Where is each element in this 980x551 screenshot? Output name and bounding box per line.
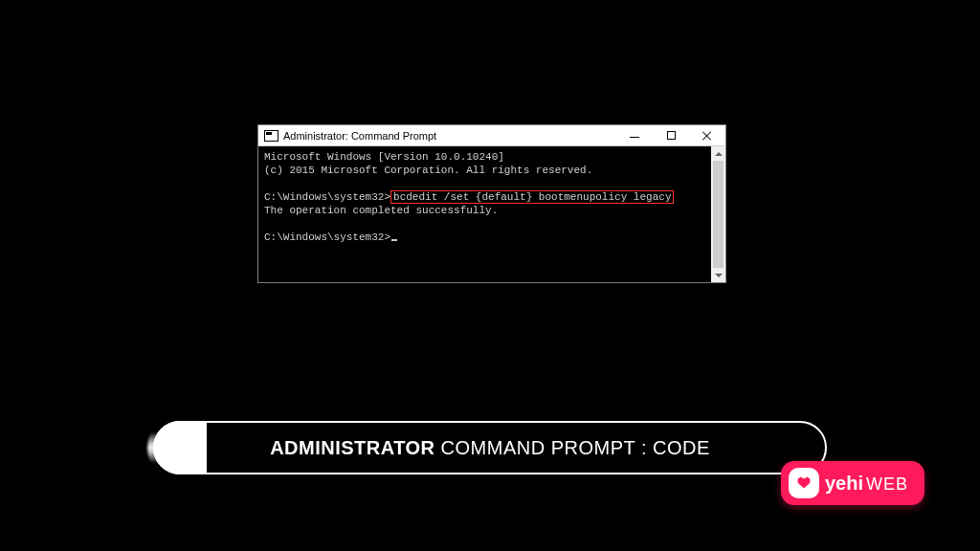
- window-title: Administrator: Command Prompt: [283, 130, 616, 142]
- caption: ADMINISTRATOR COMMAND PROMPT : CODE: [153, 421, 827, 474]
- terminal-line: Microsoft Windows [Version 10.0.10240]: [264, 151, 504, 163]
- scroll-up-icon[interactable]: [711, 146, 725, 161]
- watermark-brand1: yehi: [825, 473, 863, 495]
- cursor-icon: [391, 239, 397, 241]
- terminal-prompt: C:\Windows\system32>: [264, 231, 390, 243]
- watermark-badge: yehi WEB: [781, 461, 924, 505]
- caption-bold: ADMINISTRATOR: [270, 437, 434, 458]
- caption-rest: COMMAND PROMPT : CODE: [435, 437, 710, 458]
- close-button[interactable]: [689, 125, 725, 145]
- terminal-line: (c) 2015 Microsoft Corporation. All righ…: [264, 165, 592, 176]
- watermark-text: yehi WEB: [825, 473, 908, 495]
- scroll-thumb[interactable]: [713, 161, 724, 268]
- terminal-area[interactable]: Microsoft Windows [Version 10.0.10240] (…: [258, 146, 725, 282]
- caption-pill: ADMINISTRATOR COMMAND PROMPT : CODE: [153, 421, 827, 474]
- heart-icon: [789, 468, 819, 498]
- minimize-button[interactable]: [616, 125, 653, 145]
- cmd-icon: [264, 130, 278, 142]
- cmd-window: Administrator: Command Prompt Microsoft …: [257, 124, 726, 283]
- scrollbar[interactable]: [711, 146, 725, 282]
- window-titlebar[interactable]: Administrator: Command Prompt: [258, 125, 725, 146]
- maximize-button[interactable]: [653, 125, 689, 145]
- highlighted-command: bcdedit /set {default} bootmenupolicy le…: [390, 190, 674, 204]
- watermark-brand2: WEB: [866, 474, 908, 495]
- terminal-output: Microsoft Windows [Version 10.0.10240] (…: [258, 146, 711, 282]
- terminal-prompt: C:\Windows\system32>: [264, 191, 390, 203]
- caption-tab: [153, 421, 207, 474]
- scroll-down-icon[interactable]: [711, 268, 725, 282]
- terminal-line: The operation completed successfully.: [264, 205, 498, 216]
